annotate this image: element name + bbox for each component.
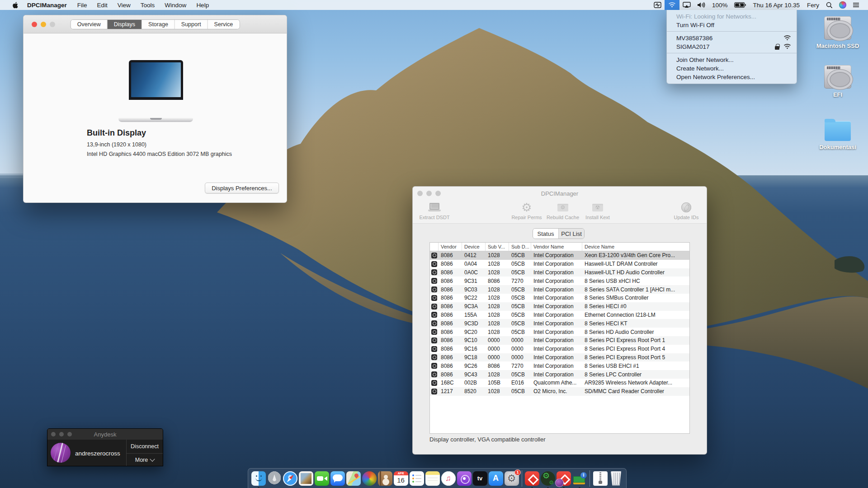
dock-item-contacts[interactable] — [378, 471, 392, 486]
wifi-icon[interactable] — [665, 0, 679, 10]
more-button[interactable]: More — [127, 453, 163, 467]
dock-item-launchpad[interactable] — [267, 471, 282, 486]
menu-view[interactable]: View — [113, 2, 136, 9]
zoom-button[interactable] — [435, 191, 441, 196]
column-header-vendor-name[interactable]: Vendor Name — [531, 243, 582, 251]
wifi-menu-item[interactable]: Open Network Preferences... — [667, 73, 797, 81]
close-button[interactable] — [51, 432, 56, 436]
wifi-menu-item[interactable]: MV38587386 — [667, 34, 797, 42]
tab-pci-list[interactable]: PCI List — [559, 229, 584, 239]
column-header-device[interactable]: Device — [462, 243, 486, 251]
column-header-device-name[interactable]: Device Name — [582, 243, 689, 251]
dock-item-reminders[interactable] — [410, 471, 424, 486]
column-header-subdevice[interactable]: Sub D... — [509, 243, 531, 251]
dock-item-calendar[interactable]: APR 16 — [394, 471, 408, 486]
table-row[interactable]: 8086 9C18 0000 0000 Intel Corporation 8 … — [430, 353, 689, 362]
airplay-icon[interactable] — [679, 0, 694, 10]
dock-item-photos[interactable] — [299, 471, 313, 486]
table-row[interactable]: 8086 155A 1028 05CB Intel Corporation Et… — [430, 311, 689, 319]
zoom-button[interactable] — [50, 22, 55, 27]
tab-storage[interactable]: Storage — [142, 20, 175, 29]
zoom-button[interactable] — [67, 432, 72, 436]
menu-edit[interactable]: Edit — [92, 2, 113, 9]
siri-icon[interactable] — [836, 0, 849, 10]
table-row[interactable]: 8086 9C10 0000 0000 Intel Corporation 8 … — [430, 336, 689, 345]
tab-support[interactable]: Support — [175, 20, 208, 29]
repair-perms-button[interactable]: ⚙ Repair Perms — [507, 201, 546, 220]
displays-preferences-button[interactable]: Displays Preferences... — [205, 183, 279, 193]
dock-item-music[interactable]: ♫ — [441, 471, 456, 486]
column-header-subvendor[interactable]: Sub V... — [486, 243, 509, 251]
dock-item-podcasts[interactable] — [457, 471, 472, 486]
dock-item-anydesk[interactable] — [525, 471, 539, 486]
wifi-menu-item[interactable]: Wi-Fi: Looking for Networks... — [667, 12, 797, 21]
dock-item-messages[interactable] — [330, 471, 345, 486]
desktop-icon-macintosh-ssd[interactable]: Macintosh SSD — [811, 16, 865, 49]
table-row[interactable]: 8086 9C20 1028 05CB Intel Corporation 8 … — [430, 328, 689, 336]
close-button[interactable] — [417, 191, 423, 196]
table-row[interactable]: 8086 9C22 1028 05CB Intel Corporation 8 … — [430, 294, 689, 302]
dock-item-app-store[interactable]: A — [489, 471, 503, 486]
dock-item-system-preferences[interactable]: ⚙ 1 — [505, 471, 519, 486]
table-row[interactable]: 168C 002B 105B E016 Qualcomm Athe... AR9… — [430, 379, 689, 387]
dock-item-anydesk-session[interactable] — [557, 471, 571, 486]
table-row[interactable]: 8086 9C43 1028 05CB Intel Corporation 8 … — [430, 370, 689, 379]
tab-displays[interactable]: Displays — [108, 20, 142, 29]
extract-dsdt-button[interactable]: Extract DSDT — [415, 201, 454, 220]
table-row[interactable]: 8086 0A0C 1028 05CB Intel Corporation Ha… — [430, 268, 689, 277]
dock-item-dock-separator[interactable] — [588, 470, 592, 487]
column-header-icon[interactable] — [430, 243, 439, 251]
update-ids-button[interactable]: Update IDs — [667, 201, 706, 220]
desktop-icon-efi[interactable]: EFI — [811, 65, 865, 98]
menu-user[interactable]: Fery — [803, 2, 823, 9]
column-header-vendor[interactable]: Vendor — [439, 243, 462, 251]
table-row[interactable]: 8086 9C3A 1028 05CB Intel Corporation 8 … — [430, 302, 689, 311]
tab-overview[interactable]: Overview — [71, 20, 108, 29]
battery-icon[interactable] — [731, 0, 749, 10]
menu-app-name[interactable]: DPCIManager — [22, 2, 72, 9]
table-row[interactable]: 8086 0412 1028 05CB Intel Corporation Xe… — [430, 251, 689, 260]
menu-clock[interactable]: Thu 16 Apr 10.35 — [749, 2, 803, 9]
dock-item-zip-document[interactable] — [593, 471, 608, 486]
activity-icon[interactable] — [651, 0, 665, 10]
battery-percent[interactable]: 100% — [708, 2, 731, 9]
wifi-menu-item[interactable]: Turn Wi-Fi Off — [667, 21, 797, 29]
menu-help[interactable]: Help — [191, 2, 214, 9]
wifi-menu-item[interactable] — [667, 31, 797, 32]
apple-menu-icon[interactable] — [8, 2, 22, 9]
wifi-menu-item[interactable] — [667, 53, 797, 54]
rebuild-cache-button[interactable]: Rebuild Cache — [543, 201, 582, 220]
disconnect-button[interactable]: Disconnect — [127, 440, 163, 453]
table-row[interactable]: 8086 9C16 0000 0000 Intel Corporation 8 … — [430, 345, 689, 353]
dock-item-facetime[interactable] — [315, 471, 329, 486]
dock-item-finder[interactable] — [251, 471, 266, 486]
dock-item-colorful-sphere-app[interactable] — [362, 471, 377, 486]
wifi-menu-item[interactable]: Create Network... — [667, 64, 797, 73]
dock-item-trash[interactable] — [609, 471, 623, 486]
volume-icon[interactable] — [694, 0, 708, 10]
table-row[interactable]: 1217 8520 1028 05CB O2 Micro, Inc. SD/MM… — [430, 387, 689, 396]
table-row[interactable]: 8086 9C03 1028 05CB Intel Corporation 8 … — [430, 285, 689, 294]
minimize-button[interactable] — [426, 191, 432, 196]
dock-item-apple-tv[interactable]: tv — [473, 471, 487, 486]
minimize-button[interactable] — [41, 22, 46, 27]
dock-item-dock-separator[interactable] — [520, 470, 524, 487]
wifi-menu-item[interactable]: Join Other Network... — [667, 56, 797, 64]
table-row[interactable]: 8086 9C31 8086 7270 Intel Corporation 8 … — [430, 277, 689, 285]
menu-tools[interactable]: Tools — [136, 2, 160, 9]
tab-service[interactable]: Service — [208, 20, 240, 29]
notification-list-icon[interactable] — [849, 0, 863, 10]
dock-item-maps[interactable] — [346, 471, 361, 486]
dock-item-dpcimanager[interactable] — [572, 471, 587, 486]
table-row[interactable]: 8086 0A04 1028 05CB Intel Corporation Ha… — [430, 260, 689, 268]
table-row[interactable]: 8086 9C3D 1028 05CB Intel Corporation 8 … — [430, 319, 689, 328]
wifi-menu-item[interactable]: SIGMA2017 — [667, 42, 797, 51]
tab-status[interactable]: Status — [533, 229, 559, 239]
menu-window[interactable]: Window — [160, 2, 191, 9]
minimize-button[interactable] — [59, 432, 64, 436]
search-icon[interactable] — [823, 0, 836, 10]
dock-item-green-gears-app[interactable] — [541, 471, 555, 486]
menu-file[interactable]: File — [72, 2, 92, 9]
close-button[interactable] — [32, 22, 37, 27]
install-kext-button[interactable]: Install Kext — [578, 201, 617, 220]
